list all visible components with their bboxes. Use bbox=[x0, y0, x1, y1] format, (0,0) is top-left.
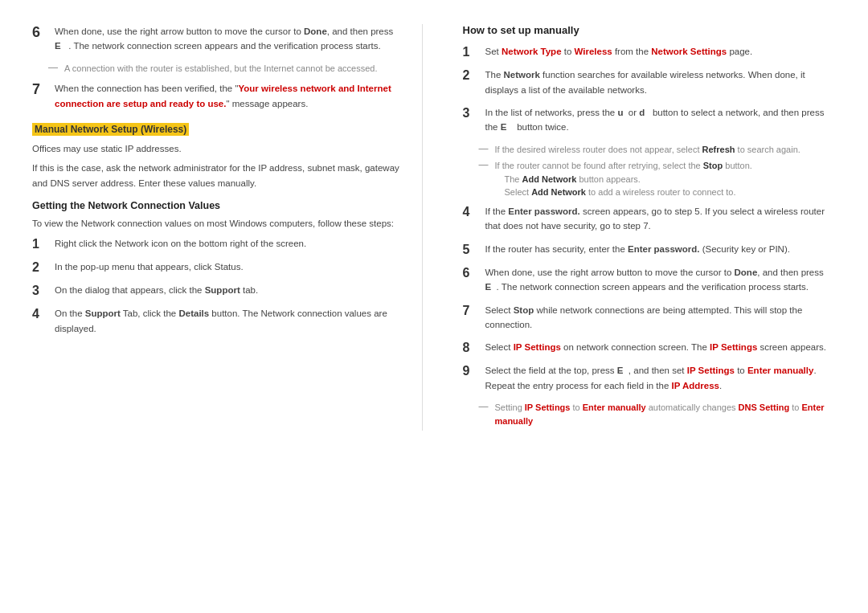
r-step-num-2: 2 bbox=[463, 67, 477, 83]
r-step-2-text: The Network function searches for availa… bbox=[485, 67, 837, 97]
sub-step-3-text: On the dialog that appears, click the Su… bbox=[55, 283, 258, 297]
sub-step-num-4: 4 bbox=[32, 306, 47, 321]
step-6-text: When done, use the right arrow button to… bbox=[55, 24, 406, 54]
note-3a: — If the desired wireless router does no… bbox=[479, 143, 837, 157]
sub-step-1: 1 Right click the Network icon on the bo… bbox=[32, 236, 406, 251]
r-step-6-text: When done, use the right arrow button to… bbox=[485, 265, 837, 295]
sub-step-num-2: 2 bbox=[32, 260, 47, 275]
step-num-7: 7 bbox=[32, 81, 47, 99]
r-step-9-text: Select the field at the top, press E , a… bbox=[485, 363, 837, 393]
sub-step-3: 3 On the dialog that appears, click the … bbox=[32, 283, 406, 298]
right-column: How to set up manually 1 Set Network Typ… bbox=[455, 24, 837, 431]
sub-para: To view the Network connection values on… bbox=[32, 216, 406, 231]
subsection-title: Getting the Network Connection Values bbox=[32, 200, 406, 211]
r-step-num-9: 9 bbox=[463, 363, 477, 378]
step-7-text: When the connection has been verified, t… bbox=[55, 81, 406, 111]
r-step-num-7: 7 bbox=[463, 303, 477, 318]
r-step-2: 2 The Network function searches for avai… bbox=[463, 67, 837, 97]
step-6-top: 6 When done, use the right arrow button … bbox=[32, 24, 406, 54]
sub-step-4: 4 On the Support Tab, click the Details … bbox=[32, 306, 406, 336]
left-column: 6 When done, use the right arrow button … bbox=[32, 24, 423, 431]
r-step-num-1: 1 bbox=[463, 44, 477, 59]
sub-step-4-text: On the Support Tab, click the Details bu… bbox=[55, 306, 406, 336]
para-static-ip: Offices may use static IP addresses. bbox=[32, 141, 406, 156]
note-connection: — A connection with the router is establ… bbox=[48, 62, 406, 76]
r-step-num-3: 3 bbox=[463, 105, 477, 121]
sub-step-2: 2 In the pop-up menu that appears, click… bbox=[32, 260, 406, 275]
r-step-3-text: In the list of networks, press the u or … bbox=[485, 105, 837, 135]
r-step-num-6: 6 bbox=[463, 265, 477, 280]
r-step-6: 6 When done, use the right arrow button … bbox=[463, 265, 837, 295]
section-title: Manual Network Setup (Wireless) bbox=[32, 123, 189, 136]
sub-step-2-text: In the pop-up menu that appears, click S… bbox=[55, 260, 244, 274]
r-step-7-text: Select Stop while network connections ar… bbox=[485, 303, 837, 333]
r-step-1: 1 Set Network Type to Wireless from the … bbox=[463, 44, 837, 59]
para-admin: If this is the case, ask the network adm… bbox=[32, 161, 406, 190]
r-step-num-8: 8 bbox=[463, 340, 477, 355]
r-step-5: 5 If the router has security, enter the … bbox=[463, 242, 837, 257]
r-step-9: 9 Select the field at the top, press E ,… bbox=[463, 363, 837, 393]
how-to-title: How to set up manually bbox=[463, 24, 837, 36]
step-7: 7 When the connection has been verified,… bbox=[32, 81, 406, 111]
step-num-6: 6 bbox=[32, 24, 47, 42]
r-step-5-text: If the router has security, enter the En… bbox=[485, 242, 790, 256]
note-9: — Setting IP Settings to Enter manually … bbox=[479, 401, 837, 427]
manual-network-section: Manual Network Setup (Wireless) bbox=[32, 124, 406, 135]
sub-step-num-1: 1 bbox=[32, 236, 47, 251]
note-3b: — If the router cannot be found after re… bbox=[479, 159, 837, 199]
r-step-8-text: Select IP Settings on network connection… bbox=[485, 340, 826, 354]
r-step-7: 7 Select Stop while network connections … bbox=[463, 303, 837, 333]
r-step-1-text: Set Network Type to Wireless from the Ne… bbox=[485, 44, 753, 59]
r-step-4-text: If the Enter password. screen appears, g… bbox=[485, 204, 837, 234]
sub-step-num-3: 3 bbox=[32, 283, 47, 298]
r-step-8: 8 Select IP Settings on network connecti… bbox=[463, 340, 837, 355]
sub-step-1-text: Right click the Network icon on the bott… bbox=[55, 236, 306, 251]
r-step-3: 3 In the list of networks, press the u o… bbox=[463, 105, 837, 135]
r-step-num-4: 4 bbox=[463, 204, 477, 219]
r-step-4: 4 If the Enter password. screen appears,… bbox=[463, 204, 837, 234]
r-step-num-5: 5 bbox=[463, 242, 477, 257]
